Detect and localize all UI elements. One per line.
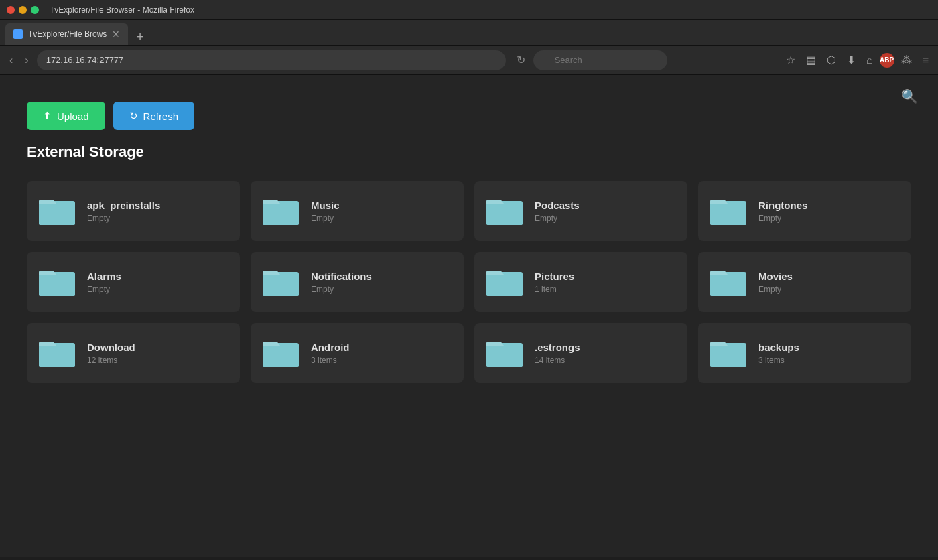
folder-icon: [38, 265, 76, 299]
folder-name: Music: [311, 200, 340, 211]
folder-meta: 3 items: [758, 356, 799, 365]
svg-rect-7: [710, 204, 746, 225]
folder-card[interactable]: .estrongs14 items: [474, 323, 687, 383]
folder-icon: [261, 336, 300, 370]
active-tab[interactable]: TvExplorer/File Brows ✕: [5, 23, 128, 45]
browser-titlebar: TvExplorer/File Browser - Mozilla Firefo…: [0, 0, 938, 20]
svg-rect-21: [486, 346, 523, 367]
folder-meta: 12 items: [87, 356, 135, 365]
search-input[interactable]: [533, 50, 667, 70]
folder-name: Pictures: [535, 271, 574, 282]
refresh-label: Refresh: [143, 111, 179, 122]
folder-name: backups: [758, 342, 799, 353]
adblock-button[interactable]: ABP: [880, 53, 894, 68]
folder-meta: 14 items: [535, 356, 580, 365]
browser-title: TvExplorer/File Browser - Mozilla Firefo…: [50, 5, 194, 15]
folder-meta: Empty: [758, 214, 807, 223]
folder-card[interactable]: MoviesEmpty: [698, 252, 911, 312]
folder-icon: [485, 336, 524, 370]
svg-rect-15: [710, 275, 746, 296]
section-title: External Storage: [0, 143, 938, 181]
svg-rect-1: [39, 204, 75, 225]
folder-meta: 1 item: [535, 285, 574, 294]
pocket-icon[interactable]: ⬡: [823, 51, 840, 69]
address-bar[interactable]: 172.16.16.74:27777: [37, 50, 506, 70]
folder-meta: Empty: [311, 214, 340, 223]
folder-name: Android: [311, 342, 350, 353]
folder-card[interactable]: Pictures1 item: [474, 252, 687, 312]
close-window-btn[interactable]: [7, 6, 15, 14]
new-tab-button[interactable]: +: [132, 29, 148, 45]
browser-tabbar: TvExplorer/File Brows ✕ +: [0, 20, 938, 46]
search-wrapper: 🔍: [533, 50, 667, 70]
folder-name: Download: [87, 342, 135, 353]
folder-meta: Empty: [311, 285, 372, 294]
folder-name: Podcasts: [535, 200, 580, 211]
svg-rect-11: [263, 275, 299, 296]
folder-name: .estrongs: [535, 342, 580, 353]
upload-label: Upload: [57, 111, 89, 122]
tab-close-icon[interactable]: ✕: [112, 29, 120, 39]
folder-icon: [485, 194, 524, 228]
folder-icon: [709, 265, 748, 299]
folder-card[interactable]: apk_preinstallsEmpty: [27, 181, 240, 241]
upload-icon: ⬆: [43, 110, 52, 122]
action-bar: ⬆ Upload ↻ Refresh: [0, 75, 938, 143]
download-icon[interactable]: ⬇: [843, 51, 860, 69]
page-content: 🔍 ⬆ Upload ↻ Refresh External Storage ap…: [0, 75, 938, 557]
toolbar-icons: ☆ ▤ ⬡ ⬇ ⌂ ABP ⁂ ≡: [782, 51, 933, 69]
home-icon[interactable]: ⌂: [862, 52, 877, 69]
folder-card[interactable]: Android3 items: [251, 323, 464, 383]
folder-card[interactable]: Download12 items: [27, 323, 240, 383]
folder-card[interactable]: NotificationsEmpty: [251, 252, 464, 312]
folder-icon: [709, 336, 748, 370]
minimize-window-btn[interactable]: [19, 6, 27, 14]
folder-meta: Empty: [87, 214, 160, 223]
folder-name: Movies: [758, 271, 793, 282]
folder-name: Ringtones: [758, 200, 807, 211]
folder-name: Alarms: [87, 271, 121, 282]
folder-icon: [485, 265, 524, 299]
folder-icon: [38, 336, 76, 370]
address-text: 172.16.16.74:27777: [46, 55, 124, 65]
folder-icon: [709, 194, 748, 228]
folder-card[interactable]: MusicEmpty: [251, 181, 464, 241]
refresh-button[interactable]: ↻ Refresh: [113, 102, 195, 130]
back-button[interactable]: ‹: [5, 52, 17, 69]
menu-icon[interactable]: ≡: [919, 52, 933, 69]
maximize-window-btn[interactable]: [31, 6, 39, 14]
folder-icon: [261, 265, 300, 299]
tab-favicon: [13, 29, 23, 39]
page-search-icon[interactable]: 🔍: [901, 88, 918, 104]
svg-rect-13: [486, 275, 523, 296]
svg-rect-3: [263, 204, 299, 225]
folder-card[interactable]: AlarmsEmpty: [27, 252, 240, 312]
forward-button[interactable]: ›: [21, 52, 32, 69]
folder-meta: Empty: [758, 285, 793, 294]
reload-button[interactable]: ↻: [513, 51, 529, 69]
folder-meta: 3 items: [311, 356, 350, 365]
folder-meta: Empty: [535, 214, 580, 223]
folder-icon: [38, 194, 76, 228]
folder-grid: apk_preinstallsEmptyMusicEmptyPodcastsEm…: [0, 181, 938, 383]
folder-name: apk_preinstalls: [87, 200, 160, 211]
svg-rect-17: [39, 346, 75, 367]
reading-list-icon[interactable]: ▤: [802, 51, 820, 69]
svg-rect-9: [39, 275, 75, 296]
tab-label: TvExplorer/File Brows: [28, 29, 107, 39]
folder-card[interactable]: backups3 items: [698, 323, 911, 383]
refresh-icon: ↻: [129, 110, 138, 122]
window-controls: [7, 6, 39, 14]
bookmark-icon[interactable]: ☆: [782, 51, 799, 69]
folder-meta: Empty: [87, 285, 121, 294]
extensions-icon[interactable]: ⁂: [897, 51, 916, 69]
browser-addressbar: ‹ › 172.16.16.74:27777 ↻ 🔍 ☆ ▤ ⬡ ⬇ ⌂ ABP…: [0, 46, 938, 75]
folder-card[interactable]: RingtonesEmpty: [698, 181, 911, 241]
folder-name: Notifications: [311, 271, 372, 282]
folder-icon: [261, 194, 300, 228]
svg-rect-19: [263, 346, 299, 367]
upload-button[interactable]: ⬆ Upload: [27, 102, 105, 130]
folder-card[interactable]: PodcastsEmpty: [474, 181, 687, 241]
svg-rect-23: [710, 346, 746, 367]
svg-rect-5: [486, 204, 523, 225]
